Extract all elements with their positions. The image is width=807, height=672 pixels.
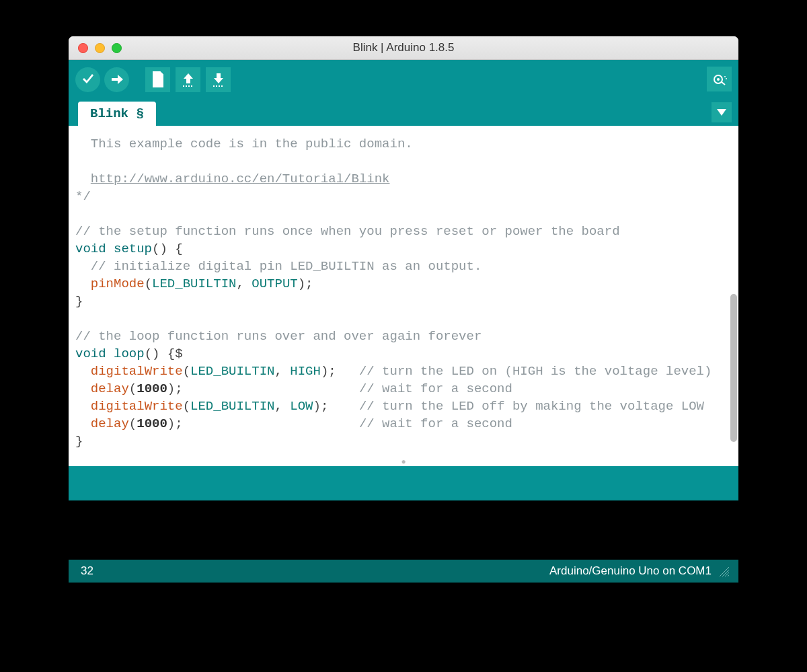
line-number: 32	[81, 564, 93, 578]
window-title: Blink | Arduino 1.8.5	[69, 41, 738, 54]
toolbar	[69, 60, 738, 99]
chevron-down-icon	[717, 109, 726, 116]
code-text: ,	[236, 276, 252, 291]
board-port-label: Arduino/Genuino Uno on COM1	[549, 564, 712, 578]
code-text: pinMode	[91, 276, 145, 291]
code-text: );	[167, 416, 359, 431]
code-text: () {$	[145, 346, 183, 361]
code-text	[75, 154, 91, 169]
code-text: (	[129, 416, 137, 431]
open-sketch-button[interactable]	[176, 67, 200, 92]
code-text: HIGH	[290, 364, 321, 379]
code-text: void	[75, 346, 106, 361]
upload-button[interactable]	[104, 67, 129, 92]
code-text: This example code is in the public domai…	[75, 137, 413, 151]
code-text	[75, 416, 91, 431]
code-text: // turn the LED on (HIGH is the voltage …	[359, 364, 712, 379]
tutorial-link[interactable]: http://www.arduino.cc/en/Tutorial/Blink	[91, 172, 390, 186]
check-icon	[81, 72, 95, 87]
code-text: LOW	[290, 399, 313, 414]
code-text: );	[313, 399, 359, 414]
code-text: (	[183, 364, 190, 379]
svg-point-1	[717, 78, 720, 81]
code-text: digitalWrite	[91, 399, 183, 414]
code-text: // turn the LED off by making the voltag…	[359, 399, 704, 414]
serial-monitor-button[interactable]	[707, 67, 732, 91]
code-editor[interactable]: This example code is in the public domai…	[69, 126, 738, 457]
new-sketch-button[interactable]	[145, 67, 170, 92]
code-text: ,	[274, 399, 290, 414]
splitter-handle-icon[interactable]: ●	[69, 457, 738, 466]
code-text: delay	[91, 416, 129, 431]
close-window-icon[interactable]	[78, 43, 88, 53]
code-text: );	[321, 364, 359, 379]
message-area	[69, 500, 738, 560]
code-text: */	[75, 189, 91, 204]
code-text	[75, 276, 91, 291]
code-text: (	[145, 276, 152, 291]
arrow-up-icon	[181, 71, 196, 88]
code-text: (	[183, 399, 190, 414]
code-text: delay	[91, 381, 129, 396]
minimize-window-icon[interactable]	[95, 43, 105, 53]
code-text: setup	[106, 241, 152, 256]
code-text: void	[75, 241, 106, 256]
zoom-window-icon[interactable]	[112, 43, 122, 53]
arrow-right-icon	[110, 72, 124, 87]
scrollbar-thumb[interactable]	[730, 294, 737, 442]
code-text: // wait for a second	[359, 381, 512, 396]
code-text	[75, 172, 91, 186]
code-text: // the loop function runs over and over …	[75, 329, 482, 344]
code-text: () {	[152, 241, 183, 256]
code-text: }	[75, 434, 83, 449]
code-text: // initialize digital pin LED_BUILTIN as…	[75, 259, 482, 274]
tab-blink[interactable]: Blink §	[78, 102, 156, 126]
titlebar: Blink | Arduino 1.8.5	[69, 36, 738, 60]
status-bar: 32 Arduino/Genuino Uno on COM1	[69, 560, 738, 583]
code-text: LED_BUILTIN	[190, 364, 274, 379]
file-icon	[151, 71, 165, 88]
code-text: (	[129, 381, 137, 396]
code-text: // wait for a second	[359, 416, 512, 431]
svg-point-3	[726, 78, 727, 79]
serial-monitor-icon	[712, 71, 728, 87]
code-text: );	[298, 276, 313, 291]
arrow-down-icon	[211, 71, 226, 88]
code-text: }	[75, 294, 83, 309]
arduino-ide-window: Blink | Arduino 1.8.5 Blink § This examp…	[69, 36, 738, 583]
code-text: 1000	[137, 381, 167, 396]
output-console	[69, 466, 738, 500]
code-text	[75, 399, 91, 414]
code-text	[75, 381, 91, 396]
code-text: LED_BUILTIN	[152, 276, 236, 291]
code-text: OUTPUT	[252, 276, 297, 291]
svg-point-2	[724, 76, 726, 77]
tab-bar: Blink §	[69, 99, 738, 126]
code-text: loop	[106, 346, 145, 361]
code-text: digitalWrite	[91, 364, 183, 379]
code-text	[75, 364, 91, 379]
tab-menu-button[interactable]	[712, 102, 732, 122]
save-sketch-button[interactable]	[206, 67, 231, 92]
code-text: ,	[274, 364, 290, 379]
verify-button[interactable]	[75, 67, 100, 92]
resize-grip-icon[interactable]	[718, 566, 729, 576]
code-text: LED_BUILTIN	[190, 399, 274, 414]
code-text: 1000	[137, 416, 167, 431]
code-text: // the setup function runs once when you…	[75, 224, 620, 239]
code-text: );	[167, 381, 359, 396]
